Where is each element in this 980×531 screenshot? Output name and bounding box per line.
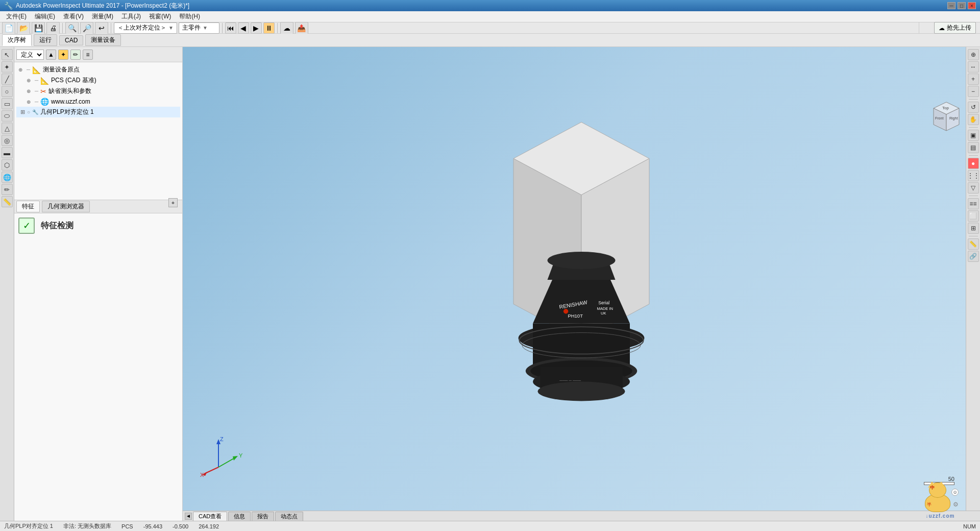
menu-bar: 文件(E) 编辑(E) 查看(V) 测量(M) 工具(J) 视窗(W) 帮助(H… xyxy=(0,11,980,22)
pause-btn[interactable]: ⏸ xyxy=(263,22,275,34)
tree-item-probe[interactable]: ⊕ ─ ✂ 缺省测头和参数 xyxy=(16,86,180,96)
skip-start-btn[interactable]: ⏮ xyxy=(225,22,236,34)
tab-dynamic-points[interactable]: 动态点 xyxy=(275,512,303,521)
svg-marker-26 xyxy=(233,456,238,461)
feature-tab-features[interactable]: 特征 xyxy=(16,201,40,212)
rt-zoom-in-btn[interactable]: + xyxy=(968,74,979,85)
orientation-cube[interactable]: Top Front Right xyxy=(926,98,962,134)
mascot-gear-icon[interactable]: ⚙ xyxy=(953,501,959,508)
tab-sequence-tree[interactable]: 次序树 xyxy=(2,34,32,46)
svg-text:UK: UK xyxy=(601,311,606,316)
status-bar: 几何PLP对齐定位 1 非法: 无测头数据库 PCS -95.443 -0.50… xyxy=(0,521,980,531)
close-btn[interactable]: × xyxy=(968,2,976,9)
menu-edit[interactable]: 编辑(E) xyxy=(31,11,59,22)
restore-btn[interactable]: □ xyxy=(958,2,966,9)
part-dropdown[interactable]: 主零件 ▼ xyxy=(179,22,219,34)
lt-cone-btn[interactable]: △ xyxy=(2,123,13,134)
play-btn[interactable]: ▶ xyxy=(251,22,262,34)
lt-point-btn[interactable]: ✦ xyxy=(2,61,13,73)
separator-4 xyxy=(277,23,278,33)
rt-grid-btn[interactable]: ⊞ xyxy=(968,223,979,234)
tab-run[interactable]: 运行 xyxy=(34,34,57,46)
rt-measure-btn[interactable]: 📏 xyxy=(968,238,979,250)
menu-file[interactable]: 文件(E) xyxy=(2,11,31,22)
rt-zoom-fit-btn[interactable]: ↔ xyxy=(968,61,979,73)
coordinate-indicator: Z Y X xyxy=(198,434,244,480)
menu-view[interactable]: 查看(V) xyxy=(59,11,88,22)
undo-btn[interactable]: ↩ xyxy=(95,22,108,34)
menu-help[interactable]: 帮助(H) xyxy=(175,11,204,22)
position-dropdown-label: ＜上次对齐定位＞ xyxy=(117,23,166,32)
tab-measure-device[interactable]: 测量设备 xyxy=(85,34,121,46)
viewport[interactable]: RENISHAW PH10T Serial MADE IN UK ─── ─ ─… xyxy=(183,47,980,511)
rt-zoom-out-btn[interactable]: − xyxy=(968,86,979,97)
rt-frame-btn[interactable]: ⬜ xyxy=(968,210,979,222)
rt-view-top-btn[interactable]: ▤ xyxy=(968,142,979,153)
lt-3d-btn[interactable]: 🌐 xyxy=(2,172,13,183)
tab-cad[interactable]: CAD xyxy=(59,35,83,45)
tree-edit-btn[interactable]: ✏ xyxy=(70,50,81,60)
menu-window[interactable]: 视窗(W) xyxy=(145,11,175,22)
open-file-btn[interactable]: 📂 xyxy=(17,22,30,34)
tab-nav-left[interactable]: ◄ xyxy=(185,513,192,520)
zoom-window-btn[interactable]: 🔎 xyxy=(80,22,93,34)
rt-layers-btn[interactable]: ≡≡ xyxy=(968,198,979,209)
tree-item-pcs[interactable]: ⊕ ─ 📐 PCS (CAD 基准) xyxy=(16,75,180,86)
expand-panel-btn[interactable]: + xyxy=(168,198,178,207)
lt-measure-btn[interactable]: 📏 xyxy=(2,196,13,207)
tree-filter-btn[interactable]: ✦ xyxy=(58,50,68,60)
rt-pan-btn[interactable]: ✋ xyxy=(968,114,979,125)
tree-filter-dropdown[interactable]: 定义 全部 xyxy=(16,50,44,60)
feature-title: 特征检测 xyxy=(39,219,76,233)
status-probe: 非法: 无测头数据库 xyxy=(63,522,111,530)
new-file-btn[interactable]: 📄 xyxy=(2,22,15,34)
rt-snap-btn[interactable]: 🔗 xyxy=(968,251,979,262)
tree-label-5: 几何PLP对齐定位 1 xyxy=(40,108,94,116)
lt-surface-btn[interactable]: ⬡ xyxy=(2,159,13,171)
svg-text:MADE IN: MADE IN xyxy=(597,306,613,311)
tree-icon-4: ─ xyxy=(35,99,38,105)
print-btn[interactable]: 🖨 xyxy=(46,22,60,34)
cloud-btn[interactable]: ☁ xyxy=(280,22,293,34)
menu-measure[interactable]: 测量(M) xyxy=(88,11,117,22)
zoom-in-btn[interactable]: 🔍 xyxy=(65,22,79,34)
rt-options-btn[interactable]: ⋮⋮ xyxy=(968,170,979,181)
status-cs: PCS xyxy=(121,523,133,529)
tree-list-btn[interactable]: ≡ xyxy=(83,50,93,60)
lt-line-btn[interactable]: ╱ xyxy=(2,74,13,85)
export-btn[interactable]: 📤 xyxy=(295,22,308,34)
lt-cylinder-btn[interactable]: ⬭ xyxy=(2,110,13,122)
menu-tools[interactable]: 工具(J) xyxy=(117,11,145,22)
rt-fit-btn[interactable]: ⊕ xyxy=(968,49,979,60)
rt-rotate-btn[interactable]: ↺ xyxy=(968,102,979,113)
position-dropdown-arrow: ▼ xyxy=(168,25,174,31)
feature-detect-btn[interactable]: ✓ xyxy=(18,218,35,234)
lt-slot-btn[interactable]: ▬ xyxy=(2,147,13,158)
lt-select-btn[interactable]: ↖ xyxy=(2,49,13,60)
save-file-btn[interactable]: 💾 xyxy=(32,22,45,34)
svg-text:Z: Z xyxy=(220,436,224,442)
mascot: 中 半 ⚙ ☺ xyxy=(920,481,961,512)
tab-info[interactable]: 信息 xyxy=(228,512,251,521)
minimize-btn[interactable]: ─ xyxy=(947,2,955,9)
lt-plane-btn[interactable]: ▭ xyxy=(2,98,13,109)
rt-filter-btn[interactable]: ▽ xyxy=(968,182,979,194)
step-back-btn[interactable]: ◀ xyxy=(238,22,249,34)
tree-item-plp[interactable]: ⊞ ○ 🔧 几何PLP对齐定位 1 xyxy=(16,107,180,117)
tree-up-btn[interactable]: ▲ xyxy=(46,50,56,60)
tree-item-device-origin[interactable]: ⊕ ─ 📐 测量设备原点 xyxy=(16,64,180,75)
lt-sphere-btn[interactable]: ◎ xyxy=(2,135,13,146)
svg-text:Y: Y xyxy=(239,452,243,458)
tree-item-www[interactable]: ⊕ ─ 🌐 www.uzzf.com xyxy=(16,96,180,107)
position-dropdown[interactable]: ＜上次对齐定位＞ ▼ xyxy=(114,22,177,34)
rt-sep-5 xyxy=(969,236,978,236)
lt-edit-btn[interactable]: ✏ xyxy=(2,184,13,195)
lt-circle-btn[interactable]: ○ xyxy=(2,86,13,97)
rt-view-front-btn[interactable]: ▣ xyxy=(968,130,979,141)
upload-btn[interactable]: ☁ 抢先上传 xyxy=(934,22,976,34)
tab-report[interactable]: 报告 xyxy=(252,512,274,521)
rt-sep-3 xyxy=(969,155,978,156)
rt-color-btn[interactable]: ● xyxy=(968,158,979,169)
feature-tab-geometry[interactable]: 几何测浏览器 xyxy=(42,201,90,212)
tab-cad-view[interactable]: CAD查看 xyxy=(193,512,227,521)
